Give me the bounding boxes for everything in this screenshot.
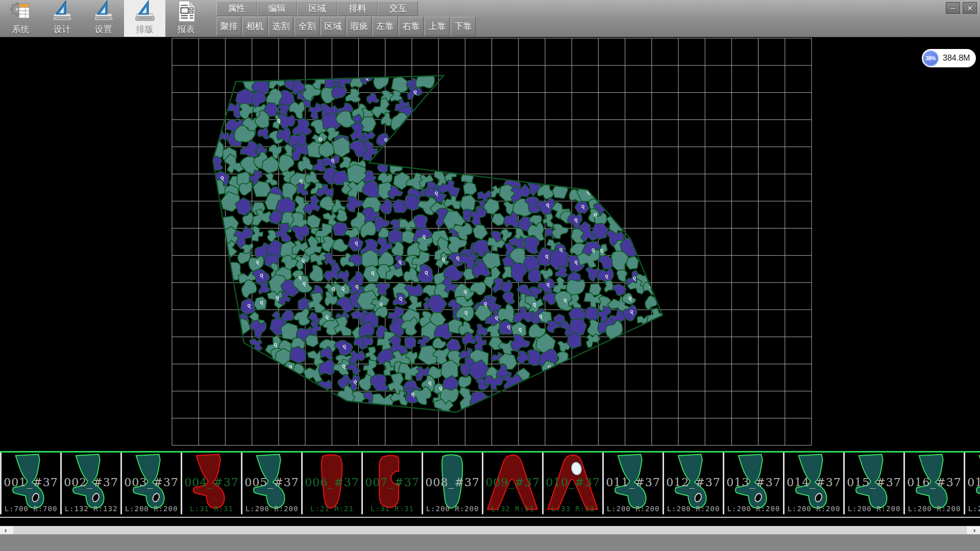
thumbnail-cell-012_#37[interactable]: 012_#37L:200 R:200 bbox=[664, 453, 724, 514]
piece-lr-count-label: L:200 R:200 bbox=[604, 505, 663, 513]
thumbnail-cell-015_#37[interactable]: 015_#37L:200 R:200 bbox=[845, 453, 905, 514]
ribbon-button-设计[interactable]: 设计 bbox=[41, 0, 83, 37]
tool-button-区域[interactable]: 区域 bbox=[321, 17, 346, 36]
top-ribbon: 系统 设计 设置 排版 报表 属性编辑区 bbox=[0, 0, 980, 37]
horizontal-scrollbar[interactable]: ‹ › bbox=[0, 526, 980, 534]
memory-amount-label: 384.8M bbox=[943, 54, 970, 63]
piece-name-label: 004_#37 bbox=[182, 476, 241, 489]
scrollbar-thumb[interactable] bbox=[13, 526, 967, 534]
status-bar bbox=[0, 534, 980, 551]
thumbnail-cell-007_#37[interactable]: 007_#37L:31 R:31 bbox=[363, 453, 423, 514]
ribbon-button-label: 排版 bbox=[136, 23, 154, 35]
window-controls: ─ ✕ bbox=[946, 2, 977, 14]
piece-filmstrip: 001_#37L:700 R:700 002_#37L:132 R:132 00… bbox=[0, 451, 980, 518]
scroll-right-arrow-icon[interactable]: › bbox=[970, 526, 979, 534]
tool-button-选割[interactable]: 选割 bbox=[268, 17, 293, 36]
piece-name-label: 007_#37 bbox=[363, 476, 422, 489]
piece-name-label: 013_#37 bbox=[724, 476, 783, 489]
close-button[interactable]: ✕ bbox=[963, 2, 977, 14]
thumbnail-cell-001_#37[interactable]: 001_#37L:700 R:700 bbox=[0, 453, 62, 514]
menu-bar: 属性编辑区域排料交互 bbox=[216, 1, 418, 16]
tool-button-瑕疵[interactable]: 瑕疵 bbox=[347, 17, 372, 36]
piece-lr-count-label: L:200 R:200 bbox=[785, 505, 843, 513]
piece-lr-count-label: L:200 R:200 bbox=[905, 505, 964, 513]
thumbnail-cell-002_#37[interactable]: 002_#37L:132 R:132 bbox=[62, 453, 122, 514]
tool-button-左靠[interactable]: 左靠 bbox=[373, 17, 398, 36]
piece-name-label: 016_#37 bbox=[905, 476, 964, 489]
nest-drawing bbox=[0, 37, 980, 451]
thumbnail-cell-008_#37[interactable]: 008_#37L:200 R:200 bbox=[423, 453, 483, 514]
nesting-app-window: { "window": { "controls": { "minimize": … bbox=[0, 0, 980, 551]
menu-item-属性[interactable]: 属性 bbox=[216, 1, 257, 16]
piece-name-label: 012_#37 bbox=[664, 476, 723, 489]
piece-lr-count-label: L:33 R:33 bbox=[544, 505, 602, 513]
piece-lr-count-label: L:21 R:21 bbox=[303, 505, 361, 513]
ribbon-big-buttons: 系统 设计 设置 排版 报表 bbox=[0, 0, 207, 37]
scroll-left-arrow-icon[interactable]: ‹ bbox=[1, 526, 10, 534]
thumbnail-cell-010_#37[interactable]: 010_#37L:33 R:33 bbox=[544, 453, 604, 514]
piece-lr-count-label: L:132 R:132 bbox=[62, 505, 120, 513]
piece-name-label: 002_#37 bbox=[62, 476, 120, 489]
tool-button-右靠[interactable]: 右靠 bbox=[399, 17, 424, 36]
menu-item-交互[interactable]: 交互 bbox=[378, 1, 418, 16]
piece-name-label: 005_#37 bbox=[242, 476, 301, 489]
piece-name-label: 009_#37 bbox=[483, 476, 542, 489]
piece-name-label: 001_#37 bbox=[2, 476, 60, 489]
thumbnail-cell-014_#37[interactable]: 014_#37L:200 R:200 bbox=[785, 453, 845, 514]
thumbnail-cell-006_#37[interactable]: 006_#37L:21 R:21 bbox=[303, 453, 363, 514]
settings-ruler-icon bbox=[92, 0, 115, 23]
menu-item-区域[interactable]: 区域 bbox=[297, 1, 337, 16]
thumbnail-cell-004_#37[interactable]: 004_#37L:31 R:31 bbox=[182, 453, 242, 514]
tool-button-上靠[interactable]: 上靠 bbox=[425, 17, 450, 36]
piece-name-label: 006_#37 bbox=[303, 476, 361, 489]
piece-name-label: 015_#37 bbox=[845, 476, 903, 489]
tool-button-聚排[interactable]: 聚排 bbox=[216, 17, 241, 36]
minimize-button[interactable]: ─ bbox=[946, 2, 960, 14]
thumbnail-cell-009_#37[interactable]: 009_#37L:32 R:31 bbox=[483, 453, 544, 514]
piece-name-label: 003_#37 bbox=[122, 476, 181, 489]
design-ruler-icon bbox=[51, 0, 74, 23]
thumbnail-cell-017_#37[interactable]: 017_#37L:200 R:200 bbox=[965, 453, 980, 514]
menu-item-编辑[interactable]: 编辑 bbox=[257, 1, 297, 16]
piece-lr-count-label: L:200 R:200 bbox=[845, 505, 903, 513]
thumbnail-cell-011_#37[interactable]: 011_#37L:200 R:200 bbox=[604, 453, 664, 514]
thumbnail-cell-003_#37[interactable]: 003_#37L:200 R:200 bbox=[122, 453, 182, 514]
piece-lr-count-label: L:31 R:31 bbox=[182, 505, 241, 513]
report-document-icon bbox=[175, 0, 198, 23]
piece-lr-count-label: L:700 R:700 bbox=[2, 505, 60, 513]
ribbon-button-label: 报表 bbox=[178, 23, 195, 35]
piece-lr-count-label: L:200 R:200 bbox=[664, 505, 723, 513]
piece-lr-count-label: L:200 R:200 bbox=[965, 505, 980, 513]
tool-bar: 聚排相机选割全割区域瑕疵左靠右靠上靠下靠 bbox=[216, 17, 476, 36]
ribbon-button-排版[interactable]: 排版 bbox=[124, 0, 165, 37]
thumbnail-cell-016_#37[interactable]: 016_#37L:200 R:200 bbox=[905, 453, 965, 514]
nesting-ruler-icon bbox=[133, 0, 157, 23]
piece-lr-count-label: L:200 R:200 bbox=[122, 505, 181, 513]
system-gear-icon bbox=[9, 0, 33, 23]
thumbnail-cell-013_#37[interactable]: 013_#37L:200 R:200 bbox=[724, 453, 785, 514]
thumbnail-cell-005_#37[interactable]: 005_#37L:200 R:200 bbox=[242, 453, 303, 514]
piece-name-label: 008_#37 bbox=[423, 476, 482, 489]
ribbon-button-系统[interactable]: 系统 bbox=[0, 0, 41, 37]
ribbon-button-label: 系统 bbox=[12, 23, 30, 35]
piece-lr-count-label: L:31 R:31 bbox=[363, 505, 422, 513]
piece-name-label: 014_#37 bbox=[785, 476, 843, 489]
tool-button-相机[interactable]: 相机 bbox=[242, 17, 267, 36]
ribbon-button-设置[interactable]: 设置 bbox=[83, 0, 124, 37]
piece-lr-count-label: L:200 R:200 bbox=[724, 505, 783, 513]
memory-percent-indicator: 38% bbox=[923, 51, 939, 66]
tool-button-全割[interactable]: 全割 bbox=[295, 17, 320, 36]
ribbon-button-报表[interactable]: 报表 bbox=[165, 0, 207, 37]
piece-name-label: 010_#37 bbox=[544, 476, 602, 489]
ribbon-button-label: 设置 bbox=[95, 23, 112, 35]
menu-item-排料[interactable]: 排料 bbox=[337, 1, 378, 16]
piece-name-label: 017_#37 bbox=[965, 476, 980, 489]
memory-usage-badge: 38% 384.8M bbox=[922, 49, 976, 67]
nesting-canvas[interactable] bbox=[0, 37, 980, 451]
piece-lr-count-label: L:200 R:200 bbox=[242, 505, 301, 513]
tool-button-下靠[interactable]: 下靠 bbox=[451, 17, 476, 36]
piece-name-label: 011_#37 bbox=[604, 476, 663, 489]
ribbon-button-label: 设计 bbox=[54, 23, 71, 35]
piece-lr-count-label: L:32 R:31 bbox=[483, 505, 542, 513]
piece-lr-count-label: L:200 R:200 bbox=[423, 505, 482, 513]
